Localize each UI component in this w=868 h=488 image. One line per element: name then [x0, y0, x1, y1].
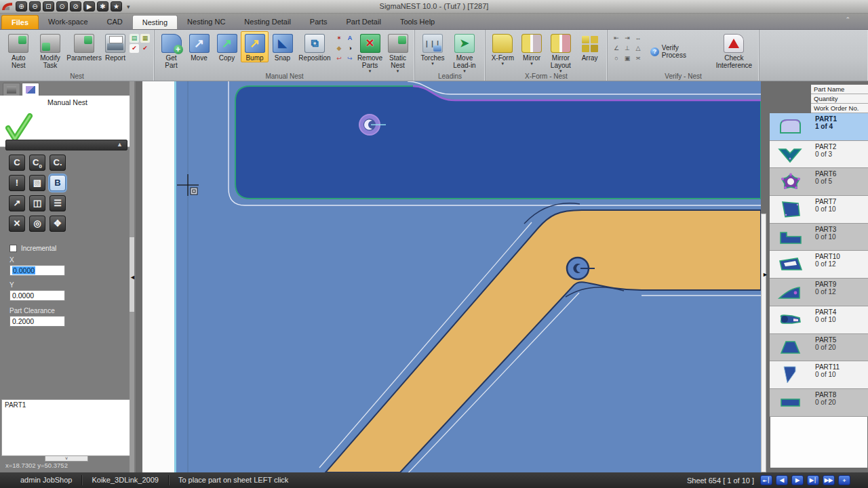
- mirror-button[interactable]: ◫: [29, 195, 45, 211]
- get-part-button[interactable]: Get Part: [157, 31, 185, 70]
- rotate-step-button[interactable]: C.: [50, 155, 66, 171]
- part-row-part9[interactable]: PART90 of 12: [770, 279, 868, 306]
- snap-button[interactable]: ◣ Snap: [269, 31, 296, 62]
- task-check-icon[interactable]: ✔: [140, 44, 150, 53]
- part-row-part11[interactable]: PART110 of 10: [770, 361, 868, 389]
- part-row-part2[interactable]: PART20 of 3: [770, 141, 868, 169]
- listbox-scroll-chip[interactable]: ˅: [45, 455, 88, 462]
- part-row-part7[interactable]: PART70 of 10: [770, 196, 868, 224]
- part-thumbnail-part11: [776, 364, 806, 386]
- part-clearance-input[interactable]: 0.2000: [9, 316, 65, 327]
- panel-collapse-left-arrow[interactable]: ◄: [130, 274, 136, 281]
- stack-button[interactable]: ☰: [50, 195, 66, 211]
- y-input[interactable]: 0.0000: [9, 290, 65, 301]
- rotate-ccw-button[interactable]: C: [9, 155, 25, 171]
- panel-expand-right-arrow[interactable]: ►: [762, 271, 768, 278]
- array-button[interactable]: Array: [575, 31, 604, 62]
- tab-parts[interactable]: Parts: [300, 15, 337, 29]
- first-sheet-button[interactable]: ⯬⏐: [760, 475, 772, 485]
- tab-work-space[interactable]: Work-space: [39, 15, 97, 29]
- seal-icon[interactable]: ✶: [334, 34, 344, 43]
- tab-nesting-nc[interactable]: Nesting NC: [178, 15, 235, 29]
- incremental-checkbox[interactable]: [9, 245, 17, 252]
- canvas-vertical-scrollbar[interactable]: [761, 214, 766, 472]
- measure-triangle-icon[interactable]: △: [633, 44, 643, 53]
- measure-gap-icon[interactable]: ≍: [633, 54, 643, 63]
- nesting-canvas[interactable]: ►: [136, 81, 770, 472]
- verify-process-button[interactable]: ? Verify Process: [647, 42, 708, 61]
- remove-parts-button[interactable]: ✕ Remove Parts: [356, 31, 384, 73]
- nested-part-blue[interactable]: [235, 86, 761, 199]
- measure-point-icon[interactable]: ○: [612, 54, 621, 63]
- mirror-layout-button[interactable]: Mirror Layout: [547, 31, 576, 73]
- task-doc-icon[interactable]: ▤: [130, 34, 139, 43]
- bump-button[interactable]: ↗ Bump: [241, 31, 269, 62]
- copy-button[interactable]: ↗ Copy: [213, 31, 241, 62]
- fill-icon[interactable]: ◆: [334, 44, 344, 53]
- report-button[interactable]: Report: [102, 31, 128, 62]
- panel-tab-1[interactable]: [3, 83, 20, 96]
- ribbon-collapse-button[interactable]: ⌃: [845, 16, 850, 23]
- part-row-part5[interactable]: PART50 of 20: [770, 334, 868, 362]
- column-header[interactable]: Work Order No.: [811, 104, 868, 113]
- part-row-part1[interactable]: PART11 of 4: [770, 113, 868, 141]
- x-input[interactable]: 0.0000: [9, 265, 65, 276]
- origin-button[interactable]: ◎: [29, 216, 45, 232]
- measure-v-icon[interactable]: ⇥: [623, 34, 632, 43]
- redo-icon[interactable]: ↪: [345, 54, 355, 63]
- sheet-view[interactable]: [174, 81, 761, 472]
- selected-parts-listbox[interactable]: PART1: [1, 399, 132, 456]
- measure-angle-icon[interactable]: ∠: [612, 44, 621, 53]
- last-sheet-button[interactable]: ▶⏐: [807, 475, 819, 485]
- panel-collapse-bar[interactable]: ▲: [5, 140, 127, 150]
- modify-task-button[interactable]: Modify Task: [35, 31, 66, 70]
- auto-nest-button[interactable]: Auto Nest: [3, 31, 35, 70]
- label-icon[interactable]: A: [345, 34, 355, 43]
- tab-part-detail[interactable]: Part Detail: [337, 15, 391, 29]
- task-check-doc-icon[interactable]: ✔: [130, 44, 139, 53]
- mirror-button[interactable]: Mirror: [517, 31, 547, 66]
- part-row-part8[interactable]: PART80 of 20: [770, 389, 868, 417]
- nest-area-button[interactable]: ▧: [29, 175, 45, 191]
- column-header[interactable]: Part Name: [811, 85, 868, 94]
- parameters-button[interactable]: Parameters: [66, 31, 102, 62]
- tab-nesting[interactable]: Nesting: [132, 15, 178, 29]
- measure-area-icon[interactable]: ▣: [623, 54, 632, 63]
- prev-sheet-button[interactable]: ◀: [776, 475, 788, 485]
- tab-cad[interactable]: CAD: [98, 15, 132, 29]
- rotate-zero-button[interactable]: C0: [29, 155, 45, 171]
- xform-button[interactable]: X-Form: [488, 31, 517, 66]
- part-row-part6[interactable]: PART60 of 5: [770, 168, 868, 196]
- jump-to-button[interactable]: ↗: [9, 195, 25, 211]
- delete-button[interactable]: ✕: [9, 216, 25, 232]
- move-leadin-button[interactable]: ➤ Move Lead-in: [448, 31, 481, 73]
- tab-tools-help[interactable]: Tools Help: [391, 15, 444, 29]
- part-row-part3[interactable]: PART30 of 10: [770, 224, 868, 251]
- torch-button[interactable]: !: [9, 175, 25, 191]
- measure-h-icon[interactable]: ⇤: [612, 34, 621, 43]
- column-header[interactable]: Quantity: [811, 94, 868, 104]
- next-sheet-button[interactable]: ▶: [791, 475, 804, 485]
- add-sheet-button[interactable]: ＋: [838, 475, 850, 485]
- reposition-button[interactable]: ⧉ Reposition: [296, 31, 333, 62]
- check-interference-button[interactable]: Check Interference: [712, 31, 756, 70]
- window-title: SigmaNEST 10.0 - (Tut7 ) [T287]: [0, 2, 868, 10]
- undo-icon[interactable]: ↩: [334, 54, 344, 63]
- task-list-icon[interactable]: ▦: [140, 34, 150, 43]
- tab-nesting-detail[interactable]: Nesting Detail: [235, 15, 300, 29]
- new-last-sheet-button[interactable]: ▶▶: [823, 475, 835, 485]
- part-row-part4[interactable]: PART40 of 10: [770, 306, 868, 334]
- ribbon-group-xform: X-Form Mirror Mirror Layout Array X-Form…: [486, 30, 608, 81]
- measure-perp-icon[interactable]: ⊥: [623, 44, 632, 53]
- part-name: PART2: [815, 143, 868, 150]
- pan-button[interactable]: ✥: [50, 216, 66, 232]
- contrast-icon[interactable]: ◑: [345, 44, 355, 53]
- panel-tab-2[interactable]: [22, 83, 39, 96]
- part-row-part10[interactable]: PART100 of 12: [770, 251, 868, 279]
- torches-button[interactable]: | | | Torches: [418, 31, 448, 66]
- measure-span-icon[interactable]: ↔: [633, 34, 643, 43]
- move-button[interactable]: ↗ Move: [185, 31, 213, 62]
- bump-mode-button[interactable]: B: [50, 175, 66, 191]
- tab-files[interactable]: Files: [1, 15, 39, 29]
- static-nest-button[interactable]: Static Nest: [384, 31, 412, 73]
